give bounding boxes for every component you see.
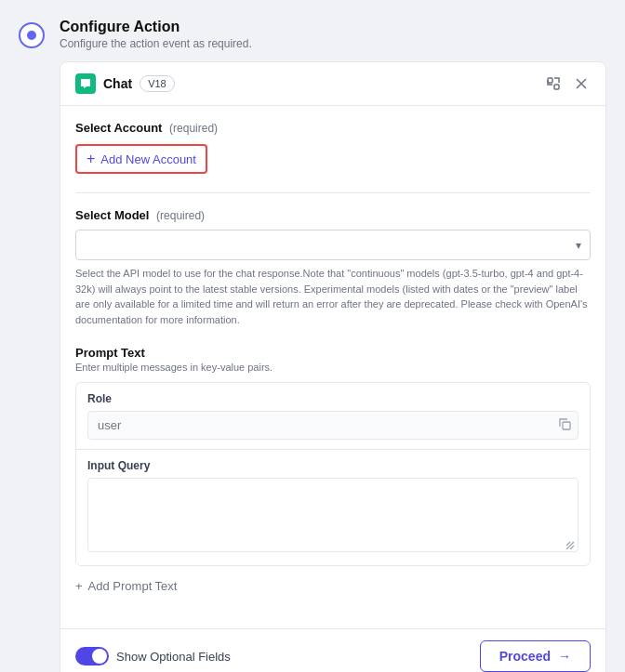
add-account-label: Add New Account [100, 152, 196, 166]
card-body: Select Account (required) + Add New Acco… [60, 106, 605, 628]
version-badge: V18 [140, 75, 175, 92]
prompt-text-subtitle: Enter multiple messages in key-value pai… [75, 362, 591, 373]
optional-fields-toggle[interactable] [75, 647, 109, 665]
toggle-label: Show Optional Fields [116, 650, 231, 664]
card-header-right [544, 74, 591, 93]
plus-icon: + [86, 152, 95, 166]
expand-button[interactable] [544, 74, 563, 93]
role-input-wrapper [87, 411, 578, 440]
svg-rect-1 [554, 85, 559, 89]
role-input[interactable] [87, 411, 578, 440]
select-account-label: Select Account (required) [75, 121, 591, 135]
plus-icon-prompt: + [75, 579, 83, 593]
model-required-badge: (required) [156, 209, 205, 222]
select-account-section: Select Account (required) + Add New Acco… [75, 121, 591, 174]
svg-rect-2 [563, 422, 570, 429]
resize-icon [565, 541, 575, 552]
select-model-section: Select Model (required) ▾ Select the API… [75, 208, 591, 327]
step-indicator [19, 19, 45, 672]
proceed-arrow-icon: → [558, 649, 571, 664]
model-help-text: Select the API model to use for the chat… [75, 266, 591, 327]
step-circle-inner [27, 31, 36, 40]
page-title: Configure Action [60, 19, 606, 35]
close-button[interactable] [572, 74, 591, 93]
input-query-field: Input Query [76, 450, 590, 565]
query-textarea[interactable] [87, 478, 578, 552]
configure-card: Chat V18 [60, 61, 606, 672]
model-select-wrapper: ▾ [75, 230, 591, 260]
add-prompt-label: Add Prompt Text [88, 579, 178, 593]
required-badge: (required) [169, 122, 218, 135]
select-model-label: Select Model (required) [75, 208, 591, 222]
prompt-card: Role [75, 382, 591, 566]
card-header: Chat V18 [60, 62, 605, 106]
divider-1 [75, 192, 591, 193]
role-label: Role [87, 392, 578, 405]
add-prompt-button[interactable]: + Add Prompt Text [75, 573, 177, 599]
app-name: Chat [103, 76, 132, 91]
prompt-text-title: Prompt Text [75, 346, 591, 360]
card-header-left: Chat V18 [75, 73, 175, 94]
card-footer: Show Optional Fields Proceed → [60, 628, 605, 672]
toggle-knob [92, 649, 107, 664]
chat-app-icon [75, 73, 96, 94]
proceed-label: Proceed [499, 649, 551, 664]
step-circle [19, 22, 45, 48]
query-label: Input Query [87, 459, 578, 472]
prompt-text-section: Prompt Text Enter multiple messages in k… [75, 346, 591, 599]
proceed-button[interactable]: Proceed → [480, 640, 591, 672]
add-new-account-button[interactable]: + Add New Account [75, 144, 207, 174]
role-field: Role [76, 383, 590, 450]
toggle-wrapper: Show Optional Fields [75, 647, 231, 665]
model-select[interactable] [75, 230, 591, 260]
copy-icon [559, 418, 571, 433]
page-subtitle: Configure the action event as required. [60, 37, 606, 50]
